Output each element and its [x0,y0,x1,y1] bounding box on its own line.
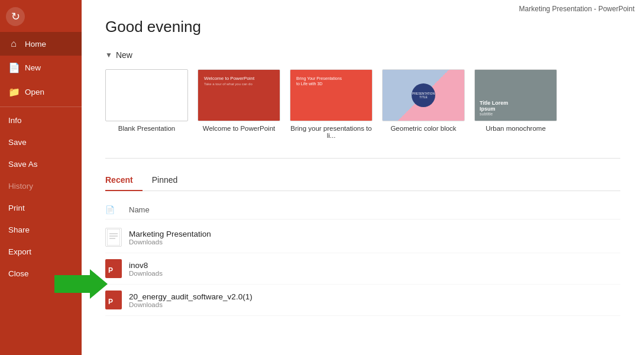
sidebar-item-save[interactable]: Save [0,131,82,153]
sidebar-item-share[interactable]: Share [0,219,82,241]
sidebar-item-close[interactable]: Close [0,263,82,285]
sidebar-item-print[interactable]: Print [0,197,82,219]
svg-text:P: P [108,266,113,275]
sidebar-item-home[interactable]: ⌂ Home [0,32,82,56]
template-thumb-urban: Title LoremIpsum subtitle [474,69,557,121]
template-label-blank: Blank Presentation [118,125,176,132]
back-button[interactable]: ↻ [6,7,25,26]
template-label-presentations: Bring your presentations to li... [290,125,373,139]
file-path-inov8: Downloads [129,270,163,277]
sidebar-top: ↻ [0,0,82,32]
file-name-energy: 20_energy_audit_software_v2.0(1) [129,292,253,301]
titlebar-text: Marketing Presentation - PowerPoint [519,5,635,13]
file-info-inov8: inov8 Downloads [129,261,163,277]
sidebar-label-close: Close [8,269,29,278]
sidebar-label-new: New [25,63,41,72]
tab-pinned[interactable]: Pinned [152,170,187,191]
file-list-header: 📄 Name [105,201,620,220]
sidebar-label-share: Share [8,225,30,234]
template-geometric[interactable]: PRESENTATIONTITLE Geometric color block [382,69,465,139]
titlebar: Marketing Presentation - PowerPoint [519,5,635,13]
template-urban[interactable]: Title LoremIpsum subtitle Urban monochro… [474,69,557,139]
main-content: Good evening ▼ New Blank Presentation We… [82,0,644,328]
file-icon-energy: P [105,291,122,309]
greeting-heading: Good evening [105,18,620,36]
chevron-icon: ▼ [105,51,112,59]
welcome-sub: Take a tour of what you can do [204,82,274,86]
open-icon: 📁 [8,86,19,98]
urban-title: Title LoremIpsum [480,100,552,112]
template-thumb-presentations: Bring Your Presentationsto Life with 3D [290,69,373,121]
sidebar-label-history: History [8,182,33,191]
sidebar-label-export: Export [8,247,31,256]
section-divider [105,158,620,159]
file-info-marketing: Marketing Presentation Downloads [129,230,211,246]
welcome-title: Welcome to PowerPoint [204,76,274,81]
template-blank[interactable]: Blank Presentation [105,69,188,139]
template-thumb-welcome: Welcome to PowerPoint Take a tour of wha… [198,69,280,121]
sidebar-label-save: Save [8,138,27,147]
template-label-welcome: Welcome to PowerPoint [203,125,276,132]
new-section-header[interactable]: ▼ New [105,50,620,60]
file-header-icon-col: 📄 [105,205,122,214]
file-item-marketing[interactable]: Marketing Presentation Downloads [105,222,620,253]
main-panel: Marketing Presentation - PowerPoint Good… [82,0,644,355]
sidebar: ↻ ⌂ Home 📄 New 📁 Open Info Save Save As … [0,0,82,355]
sidebar-item-open[interactable]: 📁 Open [0,80,82,104]
new-section-label: New [116,50,132,60]
sidebar-label-home: Home [25,40,46,49]
new-icon: 📄 [8,62,19,73]
svg-rect-1 [107,229,120,246]
tabs-row: Recent Pinned [105,170,620,191]
back-icon: ↻ [11,10,20,23]
sidebar-item-history: History [0,175,82,197]
sidebar-item-saveas[interactable]: Save As [0,153,82,175]
template-welcome[interactable]: Welcome to PowerPoint Take a tour of wha… [198,69,280,139]
svg-text:P: P [108,298,113,306]
file-type-icon: 📄 [105,205,115,214]
file-item-energy[interactable]: P 20_energy_audit_software_v2.0(1) Downl… [105,285,620,316]
tab-recent[interactable]: Recent [105,170,143,191]
template-presentations[interactable]: Bring Your Presentationsto Life with 3D … [290,69,373,139]
template-label-urban: Urban monochrome [486,125,546,132]
sidebar-item-export[interactable]: Export [0,241,82,263]
template-thumb-geometric: PRESENTATIONTITLE [382,69,465,121]
file-item-inov8[interactable]: P inov8 Downloads [105,253,620,285]
urban-sub: subtitle [480,112,552,116]
sidebar-label-open: Open [25,88,44,96]
template-thumb-blank [105,69,188,121]
sidebar-item-new[interactable]: 📄 New [0,56,82,80]
file-name-inov8: inov8 [129,261,163,270]
templates-row: Blank Presentation Welcome to PowerPoint… [105,69,620,139]
sidebar-label-print: Print [8,204,25,212]
presentations-title: Bring Your Presentationsto Life with 3D [296,76,366,86]
tab-recent-label: Recent [105,175,133,185]
sidebar-label-saveas: Save As [8,160,38,169]
sidebar-label-info: Info [8,116,22,125]
sidebar-item-info[interactable]: Info [0,109,82,131]
tab-pinned-label: Pinned [152,175,178,185]
home-icon: ⌂ [8,38,19,49]
file-column-name: Name [129,205,150,214]
file-path-marketing: Downloads [129,238,211,246]
template-label-geometric: Geometric color block [390,125,456,132]
file-icon-inov8: P [105,259,122,278]
file-icon-marketing [105,228,122,247]
file-info-energy: 20_energy_audit_software_v2.0(1) Downloa… [129,292,253,308]
file-path-energy: Downloads [129,301,253,308]
geo-text: PRESENTATIONTITLE [412,92,435,99]
file-name-marketing: Marketing Presentation [129,230,211,238]
